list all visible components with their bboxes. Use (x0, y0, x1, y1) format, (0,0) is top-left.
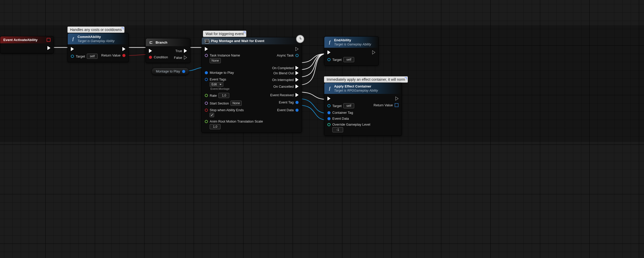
pin-event-data[interactable]: Event Data (277, 108, 299, 112)
blueprint-canvas[interactable]: Handles any costs or cooldowns Wait for … (0, 0, 644, 258)
node-header: Play Montage and Wait for Event (202, 37, 302, 44)
pin-on-completed[interactable]: On Completed (272, 66, 299, 70)
pin-label: Target (332, 104, 342, 108)
pin-label: On Interrupted (272, 78, 294, 82)
exec-out-pin[interactable] (395, 96, 399, 101)
pin-event-received[interactable]: Event Received (270, 93, 299, 97)
pin-true[interactable]: True (175, 49, 187, 53)
node-title: Apply Effect Container (334, 84, 371, 88)
node-title: Play Montage and Wait for Event (211, 39, 264, 43)
pin-condition[interactable]: Condition (149, 55, 168, 59)
pin-label: Event Data (277, 108, 294, 112)
node-play-montage-wait-event[interactable]: Play Montage and Wait for Event Task Ins… (201, 37, 302, 133)
node-branch[interactable]: ⊏ Branch True Condition False (146, 38, 190, 63)
pin-async-task[interactable]: Async Task (277, 54, 299, 57)
pin-target[interactable]: Target self (327, 103, 354, 108)
function-icon: f (327, 40, 332, 45)
pin-label: Container Tag (332, 111, 353, 114)
pin-on-cancelled[interactable]: On Cancelled (272, 84, 299, 88)
pin-label: True (175, 49, 182, 53)
comment-wait[interactable]: Wait for triggering event (203, 31, 246, 37)
node-title: EndAbility (334, 38, 351, 42)
exec-out-pin[interactable] (372, 50, 375, 54)
pin-default-value[interactable]: self (343, 57, 354, 62)
pin-event-data-in[interactable]: Event Data (327, 117, 349, 120)
reroute-label: Montage to Play (156, 69, 180, 73)
node-subtitle: Target is Gameplay Ability (334, 43, 371, 46)
pin-label: On Completed (272, 66, 294, 70)
pin-label: Target (76, 55, 85, 58)
pin-return-value[interactable]: Return Value (374, 103, 399, 107)
pin-label: Async Task (277, 54, 294, 57)
pin-default-value[interactable]: 1,0 (218, 93, 229, 98)
pin-stop-when-ability-ends[interactable]: Stop when Ability Ends (205, 108, 244, 112)
pin-default-value[interactable]: None (231, 101, 242, 106)
pin-label: Start Section (210, 102, 229, 105)
node-header: f CommitAbility Target is Gameplay Abili… (68, 33, 129, 44)
pin-override-gameplay-level[interactable]: Override Gameplay Level (327, 123, 370, 126)
exec-in-pin[interactable] (71, 47, 74, 51)
pin-rate[interactable]: Rate 1,0 (205, 93, 229, 98)
pin-false[interactable]: False (174, 55, 187, 60)
pin-on-interrupted[interactable]: On Interrupted (272, 78, 299, 82)
exec-in-pin[interactable] (327, 50, 331, 54)
pin-return-value[interactable]: Return Value (101, 54, 125, 57)
pin-label: On Blend Out (273, 71, 294, 75)
node-subtitle: Target is Gameplay Ability (78, 39, 115, 43)
pin-default-value[interactable]: self (343, 103, 354, 108)
node-title: CommitAbility (78, 35, 101, 39)
pin-label: Anim Root Motion Translation Scale (210, 120, 263, 123)
pin-event-tag[interactable]: Event Tag (279, 101, 299, 104)
pin-target[interactable]: Target self (327, 57, 354, 62)
pin-label: Condition (154, 55, 168, 59)
comment-commit[interactable]: Handles any costs or cooldowns (67, 27, 124, 33)
node-apply-effect-container[interactable]: f Apply Effect Container Target is RPGGa… (324, 83, 402, 136)
pin-default-value[interactable]: 1,0 (210, 124, 221, 129)
reroute-montage-to-play[interactable]: Montage to Play (151, 68, 189, 75)
function-icon: f (71, 37, 75, 41)
exec-out-pin[interactable] (47, 46, 50, 50)
tags-subtext: Event.Montage (210, 87, 230, 90)
node-title: Event ActivateAbility (3, 38, 38, 42)
node-title: Branch (156, 41, 167, 44)
pin-container-tag[interactable]: Container Tag (327, 111, 353, 114)
exec-in-pin[interactable] (205, 47, 208, 51)
pin-label: Override Gameplay Level (332, 123, 370, 126)
latent-icon (205, 39, 209, 43)
pin-on-blend-out[interactable]: On Blend Out (273, 71, 299, 75)
exec-in-pin[interactable] (149, 49, 152, 53)
pin-target[interactable]: Target self (71, 54, 98, 59)
node-commit-ability[interactable]: f CommitAbility Target is Gameplay Abili… (67, 33, 129, 62)
pin-event-tags[interactable]: Event Tags (205, 78, 230, 81)
pin-label: On Cancelled (273, 85, 294, 88)
pin-default-value[interactable]: None (210, 58, 221, 63)
comment-apply[interactable]: Immediately apply an effect container, i… (324, 76, 408, 83)
node-header: ⊏ Branch (146, 38, 190, 46)
pin-start-section[interactable]: Start Section None (205, 101, 242, 106)
exec-in-pin[interactable] (327, 96, 331, 101)
node-header: f Apply Effect Container Target is RPGGa… (324, 83, 402, 94)
pin-default-value[interactable]: -1 (332, 127, 343, 132)
pin-label: Event Tag (279, 101, 294, 104)
exec-out-pin[interactable] (295, 47, 299, 51)
pin-label: Montage to Play (210, 71, 234, 74)
checkbox-stop-ability-ends[interactable] (210, 113, 214, 117)
pin-label: Rate (210, 94, 217, 97)
pin-default-value[interactable]: self (87, 54, 98, 59)
pin-label: Event Tags (210, 78, 226, 81)
clock-icon (296, 35, 304, 43)
exec-out-pin[interactable] (122, 47, 125, 51)
pin-anim-root-motion-scale[interactable]: Anim Root Motion Translation Scale (205, 120, 263, 123)
node-subtitle: Target is RPGGameplay Ability (334, 89, 378, 92)
pin-label: Event Data (332, 117, 349, 120)
object-pin-icon (182, 70, 185, 73)
tags-dropdown[interactable]: Edit (210, 82, 223, 87)
pin-label: Target (332, 58, 342, 61)
pin-montage-to-play[interactable]: Montage to Play (205, 71, 234, 74)
delegate-pin-icon (47, 38, 50, 42)
node-end-ability[interactable]: f EndAbility Target is Gameplay Ability … (324, 36, 379, 66)
node-event-activate-ability[interactable]: Event ActivateAbility (0, 36, 54, 53)
pin-task-instance-name[interactable]: Task Instance Name (205, 54, 240, 57)
branch-icon: ⊏ (149, 40, 154, 45)
pin-label: False (174, 56, 182, 59)
